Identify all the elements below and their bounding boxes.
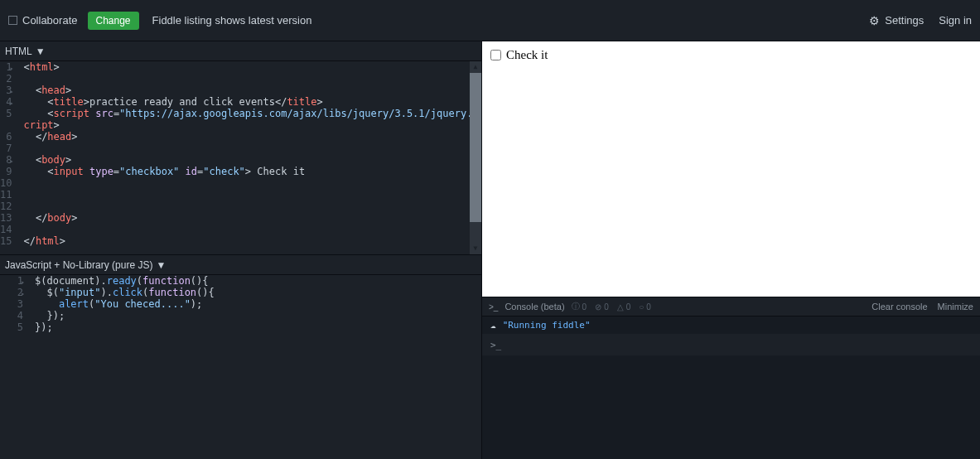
result-checkbox-text: Check it <box>506 48 548 62</box>
js-panel-label: JavaScript + No-Library (pure JS) <box>5 259 152 271</box>
signin-link[interactable]: Sign in <box>939 14 972 27</box>
result-checkbox-label[interactable]: Check it <box>490 48 972 62</box>
scrollbar-thumb[interactable] <box>470 73 481 222</box>
topbar-right: ⚙ Settings Sign in <box>869 14 972 27</box>
scroll-down-arrow-icon[interactable]: ▼ <box>470 243 481 254</box>
html-panel: HTML ▼ 1▸23▸4▸5 678▸9101112131415 <html>… <box>0 41 481 255</box>
console-body: ☁ "Running fiddle" >_ <box>482 316 980 459</box>
main-layout: HTML ▼ 1▸23▸4▸5 678▸9101112131415 <html>… <box>0 41 980 459</box>
js-gutter: 1▸2▸345 <box>0 275 30 333</box>
scroll-up-arrow-icon[interactable]: ▲ <box>470 61 481 73</box>
js-panel-header[interactable]: JavaScript + No-Library (pure JS) ▼ <box>0 255 481 275</box>
error-counter[interactable]: ⊘0 <box>595 301 609 312</box>
log-counter[interactable]: ○0 <box>639 301 651 312</box>
fiddle-status-text: Fiddle listing shows latest version <box>152 14 312 27</box>
settings-link[interactable]: ⚙ Settings <box>869 14 924 27</box>
clear-console-button[interactable]: Clear console <box>871 302 927 312</box>
js-editor[interactable]: 1▸2▸345 $(document).ready(function(){ $(… <box>0 275 481 459</box>
editor-column: HTML ▼ 1▸23▸4▸5 678▸9101112131415 <html>… <box>0 41 482 459</box>
chevron-down-icon: ▼ <box>36 46 46 57</box>
topbar-left: Collaborate Change Fiddle listing shows … <box>8 12 869 30</box>
warn-counter[interactable]: △0 <box>617 301 631 312</box>
change-button[interactable]: Change <box>88 12 139 30</box>
info-counter[interactable]: ⓘ0 <box>572 301 587 312</box>
console-counters: ⓘ0 ⊘0 △0 ○0 <box>572 301 651 312</box>
sliders-icon: ⚙ <box>869 14 880 27</box>
info-icon: ⓘ <box>572 301 580 312</box>
result-checkbox[interactable] <box>490 50 501 60</box>
console-prompt-icon: >_ <box>490 340 501 350</box>
html-panel-label: HTML <box>5 46 32 57</box>
html-panel-header[interactable]: HTML ▼ <box>0 41 481 61</box>
console-title: Console (beta) <box>504 302 564 312</box>
minimize-console-button[interactable]: Minimize <box>938 302 973 312</box>
prompt-icon: >_ <box>489 302 498 312</box>
collaborate-label: Collaborate <box>22 14 78 27</box>
collaborate-icon <box>8 16 17 25</box>
error-icon: ⊘ <box>595 302 601 312</box>
output-column: Check it >_ Console (beta) ⓘ0 ⊘0 △0 ○0 C… <box>482 41 980 459</box>
log-icon: ○ <box>639 302 644 312</box>
settings-label: Settings <box>885 14 924 27</box>
result-pane: Check it <box>482 41 980 297</box>
console-log-line: ☁ "Running fiddle" <box>482 316 980 335</box>
topbar: Collaborate Change Fiddle listing shows … <box>0 0 980 41</box>
console-actions: Clear console Minimize <box>871 302 973 312</box>
html-code-area[interactable]: <html> <head> <title>practice ready and … <box>18 61 481 247</box>
js-code-area[interactable]: $(document).ready(function(){ $("input")… <box>30 275 481 333</box>
cloud-icon: ☁ <box>490 320 496 331</box>
console-header-left: >_ Console (beta) ⓘ0 ⊘0 △0 ○0 <box>489 301 871 312</box>
collaborate-link[interactable]: Collaborate <box>8 14 78 27</box>
console-header: >_ Console (beta) ⓘ0 ⊘0 △0 ○0 Clear cons… <box>482 297 980 316</box>
html-scrollbar[interactable]: ▲ ▼ <box>470 61 481 254</box>
html-gutter: 1▸23▸4▸5 678▸9101112131415 <box>0 61 18 247</box>
html-editor[interactable]: 1▸23▸4▸5 678▸9101112131415 <html> <head>… <box>0 61 481 254</box>
console-message: "Running fiddle" <box>503 320 591 331</box>
console-input-line[interactable]: >_ <box>482 335 980 355</box>
js-panel: JavaScript + No-Library (pure JS) ▼ 1▸2▸… <box>0 255 481 459</box>
chevron-down-icon: ▼ <box>156 259 166 271</box>
warn-icon: △ <box>617 302 624 312</box>
